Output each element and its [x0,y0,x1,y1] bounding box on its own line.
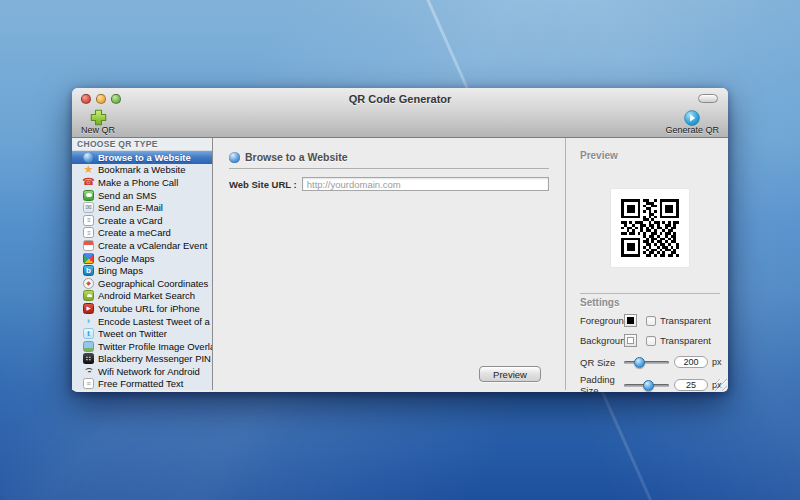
sidebar-item-bookmark-a-website[interactable]: ★Bookmark a Website [72,164,212,177]
wifi-icon [83,366,94,377]
close-button[interactable] [81,94,91,104]
foreground-swatch [627,317,634,324]
sidebar-item-youtube-url-for-iphone[interactable]: ▶Youtube URL for iPhone [72,302,212,315]
url-label: Web Site URL : [229,179,297,190]
padding-size-slider[interactable] [624,379,669,391]
padding-size-slider-thumb[interactable] [643,380,654,391]
sidebar-item-label: Geographical Coordinates [98,278,208,289]
toolbar: New QR Generate QR [72,109,728,138]
sidebar-item-send-an-e-mail[interactable]: ✉Send an E-Mail [72,201,212,214]
foreground-label: Foreground [580,315,624,326]
text-icon: ≡ [83,378,94,389]
sidebar-item-wifi-network-for-android[interactable]: Wifi Network for Android [72,365,212,378]
qr-size-slider[interactable] [624,356,669,368]
tweetbird-icon: ◗ [83,316,94,327]
plus-icon [90,109,107,126]
padding-size-value-input[interactable] [674,379,708,391]
sidebar-item-encode-lastest-tweet-of-a-user[interactable]: ◗Encode Lastest Tweet of a user [72,315,212,328]
foreground-color-well[interactable] [624,314,637,327]
qr-size-slider-thumb[interactable] [634,357,645,368]
padding-size-label: Padding Size [580,374,624,396]
twitter-icon: t [83,328,94,339]
main-panel: Browse to a Website Web Site URL : Previ… [213,138,565,390]
section-header: Browse to a Website [229,151,549,163]
sidebar-item-tweet-on-twitter[interactable]: tTweet on Twitter [72,327,212,340]
qr-size-label: QR Size [580,357,624,368]
new-qr-label: New QR [81,125,115,135]
star-icon: ★ [83,164,94,175]
android-icon [83,290,94,301]
sidebar-item-label: Bookmark a Website [98,164,185,175]
sidebar-item-google-maps[interactable]: Google Maps [72,252,212,265]
sidebar-item-label: Send an SMS [98,190,157,201]
sidebar-item-android-market-search[interactable]: Android Market Search [72,290,212,303]
bing-icon: b [83,265,94,276]
mecard-icon: ≡ [83,227,94,238]
section-title: Browse to a Website [245,151,348,163]
sidebar-item-label: Browse to a Website [98,152,191,163]
foreground-transparent-label: Transparent [660,315,711,326]
sidebar-item-send-an-sms[interactable]: Send an SMS [72,189,212,202]
qr-size-slider-track [624,361,669,364]
sidebar-item-label: Create a vCard [98,215,162,226]
settings-divider [580,293,720,294]
sidebar-item-label: Encode Lastest Tweet of a user [98,316,213,327]
resize-grip[interactable] [715,379,727,391]
globe-icon [83,152,94,163]
sidebar-header: CHOOSE QR TYPE [72,138,212,151]
app-window: QR Code Generator New QR [72,88,728,392]
qr-size-value-input[interactable] [674,356,708,368]
vcard-icon: ≡ [83,215,94,226]
new-qr-button[interactable]: New QR [81,109,115,135]
compass-icon: ◆ [83,278,94,289]
preview-panel: Preview Settings Foreground Transparent … [565,138,728,390]
sidebar-item-label: Bing Maps [98,265,143,276]
window-content: CHOOSE QR TYPE Browse to a Website★Bookm… [72,138,728,390]
background-swatch [627,337,634,344]
calendar-icon [83,240,94,251]
sidebar-item-label: Google Maps [98,253,155,264]
sidebar-item-create-a-mecard[interactable]: ≡Create a meCard [72,227,212,240]
sidebar-item-bing-maps[interactable]: bBing Maps [72,264,212,277]
sidebar-list: Browse to a Website★Bookmark a Website☎M… [72,151,212,390]
qr-size-row: QR Size px [580,356,720,368]
sidebar-item-label: Make a Phone Call [98,177,178,188]
sidebar-item-make-a-phone-call[interactable]: ☎Make a Phone Call [72,176,212,189]
sms-icon [83,190,94,201]
qr-type-sidebar: CHOOSE QR TYPE Browse to a Website★Bookm… [72,138,213,390]
zoom-button[interactable] [111,94,121,104]
preview-button[interactable]: Preview [479,366,541,382]
minimize-button[interactable] [96,94,106,104]
blackberry-icon: ∷ [83,353,94,364]
sidebar-item-label: Youtube URL for iPhone [98,303,200,314]
foreground-row: Foreground Transparent [580,314,720,327]
qr-size-unit: px [712,357,722,367]
sidebar-item-label: Create a meCard [98,227,171,238]
sidebar-item-label: Free Formatted Text [98,378,183,389]
url-form-row: Web Site URL : [229,177,549,191]
sidebar-item-blackberry-messenger-pin[interactable]: ∷Blackberry Messenger PIN [72,353,212,366]
website-url-input[interactable] [302,177,549,191]
gmaps-icon [83,253,94,264]
background-transparent-checkbox[interactable] [646,336,656,346]
section-divider [229,168,549,169]
background-color-well[interactable] [624,334,637,347]
traffic-lights [81,94,121,104]
sidebar-item-geographical-coordinates[interactable]: ◆Geographical Coordinates [72,277,212,290]
sidebar-item-label: Blackberry Messenger PIN [98,353,211,364]
preview-title: Preview [580,150,720,161]
sidebar-item-twitter-profile-image-overlay[interactable]: Twitter Profile Image Overlay [72,340,212,353]
sidebar-item-browse-to-a-website[interactable]: Browse to a Website [72,151,212,164]
generate-qr-button[interactable]: Generate QR [665,109,719,135]
background-row: Background Transparent [580,334,720,347]
sidebar-item-create-a-vcalendar-event[interactable]: Create a vCalendar Event [72,239,212,252]
sidebar-item-create-a-vcard[interactable]: ≡Create a vCard [72,214,212,227]
phone-icon: ☎ [83,177,94,188]
foreground-transparent-checkbox[interactable] [646,316,656,326]
email-icon: ✉ [83,202,94,213]
sidebar-item-free-formatted-text[interactable]: ≡Free Formatted Text [72,378,212,390]
qr-code-preview [611,189,689,267]
generate-qr-label: Generate QR [665,125,719,135]
toolbar-toggle-button[interactable] [698,94,718,103]
title-bar[interactable]: QR Code Generator [72,88,728,109]
